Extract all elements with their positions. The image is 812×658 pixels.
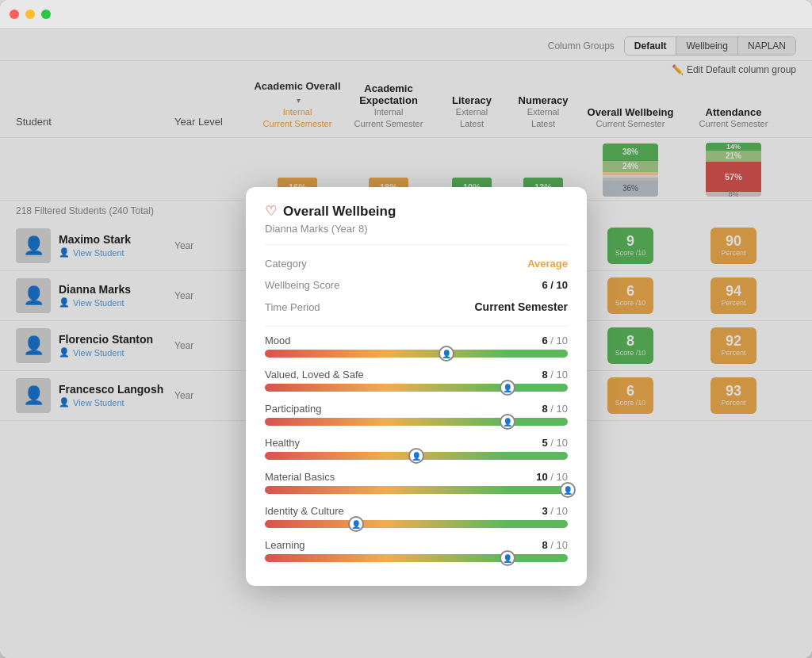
item-score: 3 / 10 xyxy=(542,505,568,517)
wellbeing-avatar-icon: 👤 xyxy=(408,448,424,464)
wellbeing-popup: ♡ Overall Wellbeing Dianna Marks (Year 8… xyxy=(246,187,587,586)
wellbeing-item-learning: Learning 8 / 10 👤 xyxy=(265,539,568,562)
main-content: Column Groups Default Wellbeing NAPLAN ✏… xyxy=(0,29,812,658)
wellbeing-avatar-icon: 👤 xyxy=(500,550,515,566)
item-score: 6 / 10 xyxy=(542,335,568,346)
wellbeing-item-header: Healthy 5 / 10 xyxy=(265,437,568,449)
close-button[interactable] xyxy=(10,10,19,19)
wellbeing-item-healthy: Healthy 5 / 10 👤 xyxy=(265,437,568,460)
bar-track: 👤 xyxy=(265,452,568,460)
wellbeing-item-mood: Mood 6 / 10 👤 xyxy=(265,335,568,358)
titlebar xyxy=(0,0,812,29)
item-name: Mood xyxy=(265,335,291,346)
item-name: Participating xyxy=(265,403,322,415)
bar-fill xyxy=(265,520,568,528)
item-score: 10 / 10 xyxy=(536,471,568,483)
bar-fill xyxy=(265,384,568,392)
heart-icon: ♡ xyxy=(265,203,277,220)
traffic-lights xyxy=(10,10,51,19)
wellbeing-item-header: Mood 6 / 10 xyxy=(265,335,568,346)
maximize-button[interactable] xyxy=(41,10,51,19)
bar-fill xyxy=(265,350,568,358)
wellbeing-avatar-icon: 👤 xyxy=(348,516,364,532)
bar-fill xyxy=(265,554,568,562)
popup-category-row: Category Average xyxy=(265,253,568,274)
wellbeing-item-material-basics: Material Basics 10 / 10 👤 xyxy=(265,471,568,494)
wellbeing-avatar-icon: 👤 xyxy=(439,346,454,362)
popup-wellbeing-score-row: Wellbeing Score 6 / 10 xyxy=(265,274,568,296)
item-score: 5 / 10 xyxy=(542,437,568,449)
wellbeing-item-header: Participating 8 / 10 xyxy=(265,403,568,415)
popup-time-period-row: Time Period Current Semester xyxy=(265,296,568,318)
bar-track: 👤 xyxy=(265,486,568,494)
bar-track: 👤 xyxy=(265,554,568,562)
popup-title: ♡ Overall Wellbeing xyxy=(265,203,568,220)
wellbeing-item-valued: Valued, Loved & Safe 8 / 10 👤 xyxy=(265,369,568,392)
popup-divider-2 xyxy=(265,326,568,327)
wellbeing-avatar-icon: 👤 xyxy=(560,482,576,498)
item-name: Material Basics xyxy=(265,471,335,483)
popup-divider xyxy=(265,244,568,245)
wellbeing-items: Mood 6 / 10 👤 Valued, Loved & Safe 8 / 1… xyxy=(265,335,568,562)
item-name: Learning xyxy=(265,539,305,551)
item-score: 8 / 10 xyxy=(542,403,568,415)
wellbeing-item-header: Identity & Culture 3 / 10 xyxy=(265,505,568,517)
wellbeing-item-identity: Identity & Culture 3 / 10 👤 xyxy=(265,505,568,528)
wellbeing-item-header: Material Basics 10 / 10 xyxy=(265,471,568,483)
wellbeing-item-header: Learning 8 / 10 xyxy=(265,539,568,551)
item-score: 8 / 10 xyxy=(542,539,568,551)
bar-track: 👤 xyxy=(265,384,568,392)
bar-fill xyxy=(265,486,568,494)
bar-track: 👤 xyxy=(265,520,568,528)
bar-track: 👤 xyxy=(265,350,568,358)
minimize-button[interactable] xyxy=(25,10,35,19)
bar-track: 👤 xyxy=(265,418,568,426)
wellbeing-avatar-icon: 👤 xyxy=(500,414,515,430)
item-name: Valued, Loved & Safe xyxy=(265,369,364,381)
wellbeing-avatar-icon: 👤 xyxy=(500,380,515,396)
wellbeing-item-header: Valued, Loved & Safe 8 / 10 xyxy=(265,369,568,381)
item-score: 8 / 10 xyxy=(542,369,568,381)
popup-subtitle: Dianna Marks (Year 8) xyxy=(265,223,568,235)
item-name: Identity & Culture xyxy=(265,505,344,517)
wellbeing-item-participating: Participating 8 / 10 👤 xyxy=(265,403,568,426)
app-window: Column Groups Default Wellbeing NAPLAN ✏… xyxy=(0,0,812,658)
item-name: Healthy xyxy=(265,437,300,449)
bar-fill xyxy=(265,418,568,426)
